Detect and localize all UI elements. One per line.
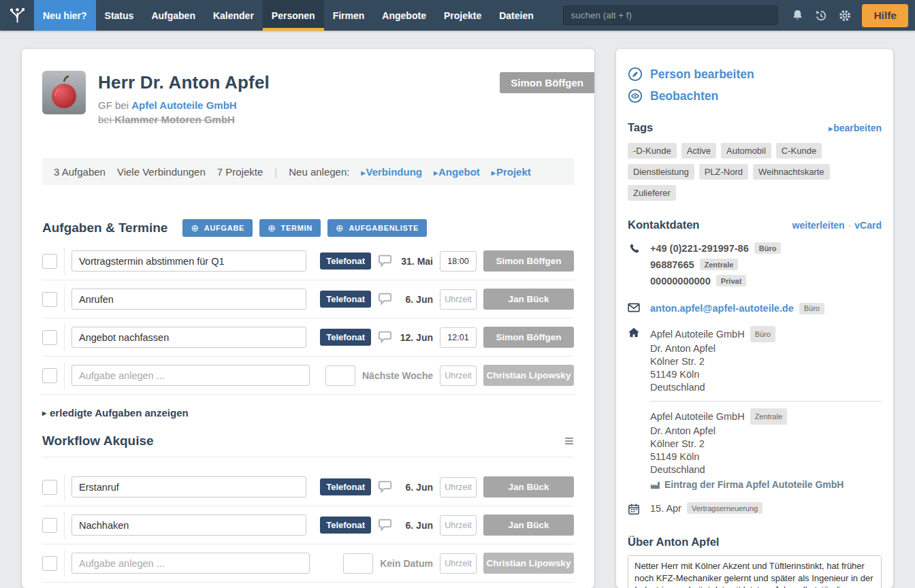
task-category-badge[interactable]: Telefonat bbox=[320, 252, 371, 270]
tag-chip[interactable]: -D-Kunde bbox=[628, 143, 677, 159]
task-time-input[interactable] bbox=[440, 251, 477, 272]
comment-icon[interactable] bbox=[378, 293, 392, 306]
nav-item-personen[interactable]: Personen bbox=[263, 0, 324, 31]
task-assignee-button[interactable]: Jan Bück bbox=[483, 514, 574, 536]
workflow-menu-icon[interactable]: ≡ bbox=[564, 436, 574, 446]
add-appointment-button[interactable]: ⊕TERMIN bbox=[259, 219, 321, 237]
new-project-link[interactable]: ▸Projekt bbox=[492, 166, 531, 178]
new-task-input[interactable] bbox=[71, 365, 310, 386]
task-assignee-button[interactable]: Simon Böffgen bbox=[483, 327, 574, 348]
task-checkbox[interactable] bbox=[42, 330, 57, 345]
about-textarea[interactable]: Netter Herr mit Kölner Akzent und Tüftle… bbox=[628, 555, 882, 588]
comment-icon[interactable] bbox=[378, 331, 392, 344]
task-date-input[interactable] bbox=[343, 553, 373, 574]
add-task-button[interactable]: ⊕AUFGABE bbox=[182, 219, 253, 237]
tag-chip[interactable]: Zulieferer bbox=[628, 185, 676, 201]
task-category-badge[interactable]: Telefonat bbox=[320, 291, 371, 308]
task-title-input[interactable] bbox=[71, 289, 306, 310]
nav-item-angebote[interactable]: Angebote bbox=[373, 0, 435, 31]
task-time-input[interactable] bbox=[440, 553, 477, 574]
forward-link[interactable]: weiterleiten bbox=[792, 220, 845, 231]
task-title-input[interactable] bbox=[71, 476, 306, 497]
show-completed-tasks-link[interactable]: ▸ erledigte Aufgaben anzeigen bbox=[42, 407, 189, 419]
app-logo-icon[interactable] bbox=[0, 0, 34, 31]
phone-entry[interactable]: 00000000000Privat bbox=[650, 275, 781, 287]
tag-chip[interactable]: Dienstleistung bbox=[628, 164, 694, 180]
tag-chip[interactable]: PLZ-Nord bbox=[699, 164, 748, 180]
task-time-input[interactable] bbox=[440, 477, 477, 497]
comment-icon[interactable] bbox=[378, 255, 392, 267]
watch-person-action[interactable]: Beobachten bbox=[628, 88, 882, 103]
company-link[interactable]: Apfel Autoteile GmbH bbox=[131, 99, 236, 111]
phone-entry[interactable]: 96887665Zentrale bbox=[650, 259, 781, 270]
task-date[interactable]: 6. Jun bbox=[399, 294, 433, 305]
task-checkbox[interactable] bbox=[42, 518, 57, 533]
new-offer-link[interactable]: ▸Angebot bbox=[434, 166, 480, 178]
task-date[interactable]: 31. Mai bbox=[399, 256, 433, 267]
nav-item-neu-hier[interactable]: Neu hier? bbox=[34, 0, 96, 31]
comment-icon[interactable] bbox=[378, 519, 392, 532]
task-assignee-button[interactable]: Jan Bück bbox=[483, 289, 574, 310]
tag-chip[interactable]: Active bbox=[681, 143, 716, 159]
task-checkbox[interactable] bbox=[42, 480, 57, 495]
task-time-input[interactable] bbox=[440, 515, 477, 536]
task-date[interactable]: 12. Jun bbox=[399, 332, 433, 343]
email-link[interactable]: anton.apfel@apfel-autoteile.de bbox=[650, 303, 794, 314]
task-date-label[interactable]: Kein Datum bbox=[380, 558, 433, 569]
task-category-badge[interactable]: Telefonat bbox=[320, 517, 371, 534]
task-assignee-button[interactable]: Jan Bück bbox=[483, 476, 574, 497]
task-checkbox[interactable] bbox=[42, 292, 57, 307]
task-category-badge[interactable]: Telefonat bbox=[320, 478, 371, 495]
task-title-input[interactable] bbox=[71, 250, 306, 272]
new-connection-link[interactable]: ▸Verbindung bbox=[361, 166, 422, 178]
new-task-input[interactable] bbox=[71, 553, 310, 574]
task-date[interactable]: 6. Jun bbox=[399, 482, 433, 493]
task-checkbox[interactable] bbox=[42, 254, 57, 269]
connections-count[interactable]: Viele Verbindungen bbox=[117, 166, 206, 178]
phone-number[interactable]: 96887665 bbox=[650, 259, 694, 270]
phone-number[interactable]: +49 (0)221-291997-86 bbox=[650, 243, 749, 254]
task-assignee-button[interactable]: Christian Lipowsky bbox=[483, 553, 574, 574]
company-record-link[interactable]: Eintrag der Firma Apfel Autoteile GmbH bbox=[650, 478, 882, 491]
nav-item-status[interactable]: Status bbox=[96, 0, 143, 31]
edit-person-action[interactable]: Person bearbeiten bbox=[628, 67, 882, 82]
task-time-input[interactable] bbox=[440, 289, 477, 310]
task-date-label[interactable]: Nächste Woche bbox=[362, 370, 433, 381]
task-assignee-button[interactable]: Christian Lipowsky bbox=[483, 365, 574, 386]
nav-item-projekte[interactable]: Projekte bbox=[435, 0, 490, 31]
tasks-count[interactable]: 3 Aufgaben bbox=[54, 166, 106, 178]
task-assignee-button[interactable]: Simon Böffgen bbox=[483, 250, 574, 272]
avatar[interactable] bbox=[42, 71, 86, 114]
task-category-badge[interactable]: Telefonat bbox=[320, 329, 371, 346]
phone-entry[interactable]: +49 (0)221-291997-86Büro bbox=[650, 242, 781, 254]
nav-item-kalender[interactable]: Kalender bbox=[204, 0, 263, 31]
history-icon[interactable] bbox=[811, 5, 831, 26]
tag-chip[interactable]: C-Kunde bbox=[776, 143, 822, 159]
edit-tags-link[interactable]: ▸bearbeiten bbox=[829, 122, 882, 133]
task-title-input[interactable] bbox=[71, 514, 306, 536]
address-company[interactable]: Apfel Autoteile GmbHZentrale bbox=[650, 408, 882, 425]
nav-item-aufgaben[interactable]: Aufgaben bbox=[142, 0, 204, 31]
nav-item-firmen[interactable]: Firmen bbox=[324, 0, 374, 31]
projects-count[interactable]: 7 Projekte bbox=[217, 166, 263, 178]
task-checkbox[interactable] bbox=[42, 556, 57, 571]
add-tasklist-button[interactable]: ⊕AUFGABENLISTE bbox=[327, 219, 427, 237]
global-search-input[interactable] bbox=[563, 5, 778, 25]
former-company[interactable]: Klammer Motoren GmbH bbox=[114, 114, 235, 125]
task-date-input[interactable] bbox=[325, 365, 355, 386]
comment-icon[interactable] bbox=[378, 480, 392, 493]
tag-chip[interactable]: Automobil bbox=[721, 143, 771, 159]
phone-number[interactable]: 00000000000 bbox=[650, 276, 711, 287]
responsible-user-badge[interactable]: Simon Böffgen bbox=[500, 72, 594, 93]
notifications-bell-icon[interactable] bbox=[787, 5, 807, 26]
date-entry[interactable]: 15. AprVertragserneuerung bbox=[650, 502, 762, 518]
address-company[interactable]: Apfel Autoteile GmbHBüro bbox=[650, 326, 882, 342]
task-time-input[interactable] bbox=[440, 327, 477, 348]
tag-chip[interactable]: Weihnachtskarte bbox=[753, 164, 830, 180]
task-title-input[interactable] bbox=[71, 327, 306, 348]
task-time-input[interactable] bbox=[440, 365, 477, 386]
settings-gear-icon[interactable] bbox=[835, 5, 855, 26]
task-date[interactable]: 6. Jun bbox=[399, 520, 433, 531]
vcard-link[interactable]: vCard bbox=[854, 220, 882, 231]
help-button[interactable]: Hilfe bbox=[862, 4, 908, 27]
